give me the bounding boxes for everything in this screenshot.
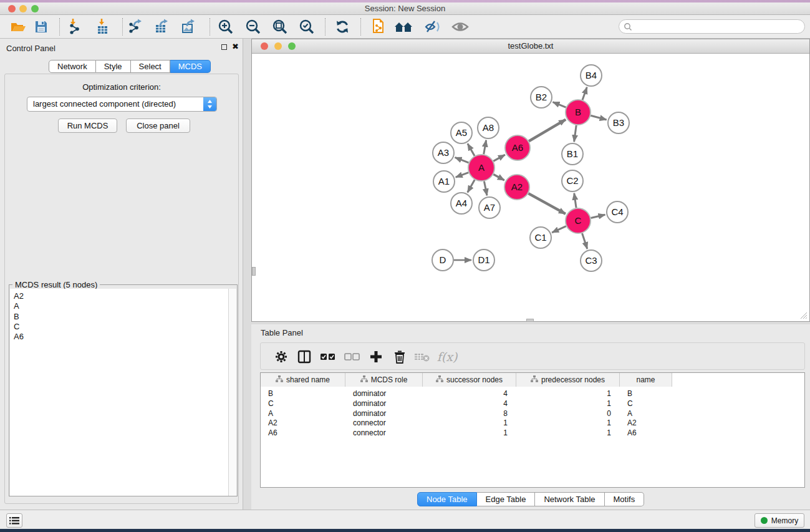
run-mcds-button[interactable]: Run MCDS: [58, 118, 117, 133]
export-network-icon[interactable]: [126, 17, 147, 37]
export-image-icon[interactable]: [179, 17, 200, 37]
cell-predecessor-nodes[interactable]: 1: [516, 428, 620, 438]
column-header-name[interactable]: name: [620, 373, 672, 387]
cell-predecessor-nodes[interactable]: 1: [516, 389, 620, 399]
cell-successor-nodes[interactable]: 4: [423, 389, 516, 399]
select-all-icon[interactable]: [319, 347, 337, 366]
node-table[interactable]: shared nameMCDS rolesuccessor nodesprede…: [260, 372, 805, 488]
cell-successor-nodes[interactable]: 1: [423, 428, 516, 438]
tab-select[interactable]: Select: [131, 60, 170, 73]
minimize-traffic-light[interactable]: [19, 5, 27, 12]
edge-A-A6[interactable]: [493, 155, 505, 161]
cell-name[interactable]: A2: [620, 418, 672, 428]
add-column-icon[interactable]: [367, 347, 385, 366]
close-panel-button[interactable]: Close panel: [126, 118, 190, 133]
cell-shared-name[interactable]: A6: [261, 428, 345, 438]
cell-name[interactable]: A: [620, 409, 672, 418]
status-list-button[interactable]: [6, 513, 22, 528]
cell-shared-name[interactable]: B: [261, 389, 345, 399]
tab-style[interactable]: Style: [96, 60, 131, 73]
edge-A-A7[interactable]: [484, 181, 487, 196]
resize-grip-icon[interactable]: [799, 311, 808, 319]
hide-graphics-details-icon[interactable]: [422, 17, 443, 37]
tab-edge-table[interactable]: Edge Table: [477, 492, 536, 506]
canvas-splitter-handle[interactable]: [252, 267, 256, 276]
table-row[interactable]: A2connector11A2: [261, 418, 672, 428]
zoom-in-icon[interactable]: [215, 17, 236, 37]
cell-shared-name[interactable]: A2: [261, 418, 345, 428]
zoom-out-icon[interactable]: [243, 17, 264, 37]
edge-A-A5[interactable]: [468, 143, 475, 156]
edge-B-B2[interactable]: [553, 102, 566, 108]
edge-A6-B[interactable]: [529, 120, 566, 142]
cell-predecessor-nodes[interactable]: 0: [516, 409, 620, 418]
delete-column-icon[interactable]: [390, 347, 409, 366]
close-panel-icon[interactable]: ✖: [232, 44, 239, 50]
cell-MCDS-role[interactable]: dominator: [345, 389, 423, 399]
cell-shared-name[interactable]: A: [261, 409, 345, 418]
cell-name[interactable]: B: [620, 389, 672, 399]
edge-A-A2[interactable]: [493, 175, 504, 181]
import-network-icon[interactable]: [65, 17, 87, 37]
home-icon[interactable]: [393, 17, 415, 37]
mcds-result-list[interactable]: A2ABCA6: [10, 289, 229, 496]
tab-mcds[interactable]: MCDS: [170, 60, 211, 73]
show-view-icon[interactable]: [450, 17, 471, 37]
cell-MCDS-role[interactable]: connector: [345, 418, 423, 428]
network-close-traffic-light[interactable]: [261, 42, 268, 50]
result-item[interactable]: B: [14, 312, 229, 322]
table-row[interactable]: Adominator80A: [261, 409, 672, 418]
close-traffic-light[interactable]: [8, 5, 16, 12]
cell-MCDS-role[interactable]: dominator: [345, 409, 423, 418]
edge-C-C1[interactable]: [552, 226, 566, 233]
cell-successor-nodes[interactable]: 1: [423, 418, 516, 428]
network-minimize-traffic-light[interactable]: [274, 42, 282, 50]
network-zoom-traffic-light[interactable]: [288, 42, 296, 50]
table-row[interactable]: Bdominator41B: [261, 389, 672, 399]
refresh-icon[interactable]: [332, 17, 353, 37]
cell-successor-nodes[interactable]: 4: [423, 399, 516, 409]
optimization-criterion-select[interactable]: largest connected component (directed): [27, 97, 217, 112]
zoom-selected-icon[interactable]: [296, 17, 317, 37]
search-input[interactable]: [619, 19, 805, 34]
column-header-predecessor-nodes[interactable]: predecessor nodes: [516, 373, 620, 387]
edge-A-A1[interactable]: [456, 173, 469, 178]
result-item[interactable]: A: [14, 301, 229, 311]
table-row[interactable]: A6connector11A6: [261, 428, 672, 438]
edge-A-A4[interactable]: [468, 180, 475, 192]
network-canvas[interactable]: AA1A2A3A4A5A6A7A8BB1B2B3B4CC1C2C3C4DD1: [252, 54, 809, 321]
table-row[interactable]: Cdominator41C: [261, 399, 672, 409]
tab-network-table[interactable]: Network Table: [535, 492, 604, 506]
memory-button[interactable]: Memory: [755, 513, 804, 528]
tab-network[interactable]: Network: [49, 60, 96, 73]
export-table-icon[interactable]: [152, 17, 173, 37]
zoom-traffic-light[interactable]: [31, 5, 39, 12]
column-layout-icon[interactable]: [295, 347, 314, 366]
column-header-successor-nodes[interactable]: successor nodes: [423, 373, 516, 387]
edge-B-B4[interactable]: [582, 87, 587, 100]
cell-predecessor-nodes[interactable]: 1: [516, 418, 620, 428]
save-session-icon[interactable]: [31, 17, 52, 37]
edge-A2-C[interactable]: [528, 193, 565, 214]
zoom-fit-icon[interactable]: [269, 17, 291, 37]
edge-C-C3[interactable]: [582, 233, 587, 249]
cell-predecessor-nodes[interactable]: 1: [516, 399, 620, 409]
result-item[interactable]: C: [14, 322, 229, 332]
deselect-all-icon[interactable]: [343, 347, 362, 366]
edge-A-A8[interactable]: [484, 140, 486, 155]
open-session-icon[interactable]: [8, 17, 29, 37]
edge-B-B1[interactable]: [574, 125, 577, 142]
cell-successor-nodes[interactable]: 8: [423, 409, 516, 418]
cell-shared-name[interactable]: C: [261, 399, 345, 409]
network-window-titlebar[interactable]: testGlobe.txt: [252, 39, 809, 54]
result-item[interactable]: A2: [14, 291, 229, 301]
network-graph[interactable]: AA1A2A3A4A5A6A7A8BB1B2B3B4CC1C2C3C4DD1: [252, 54, 809, 321]
edge-B-B3[interactable]: [591, 115, 606, 120]
edge-A-A3[interactable]: [455, 157, 469, 163]
cell-name[interactable]: A6: [620, 428, 672, 438]
tab-node-table[interactable]: Node Table: [417, 492, 477, 506]
clone-network-icon[interactable]: [369, 17, 390, 37]
settings-gear-icon[interactable]: [272, 347, 291, 366]
canvas-bottom-handle[interactable]: [526, 319, 534, 322]
edge-C-C2[interactable]: [574, 193, 576, 208]
